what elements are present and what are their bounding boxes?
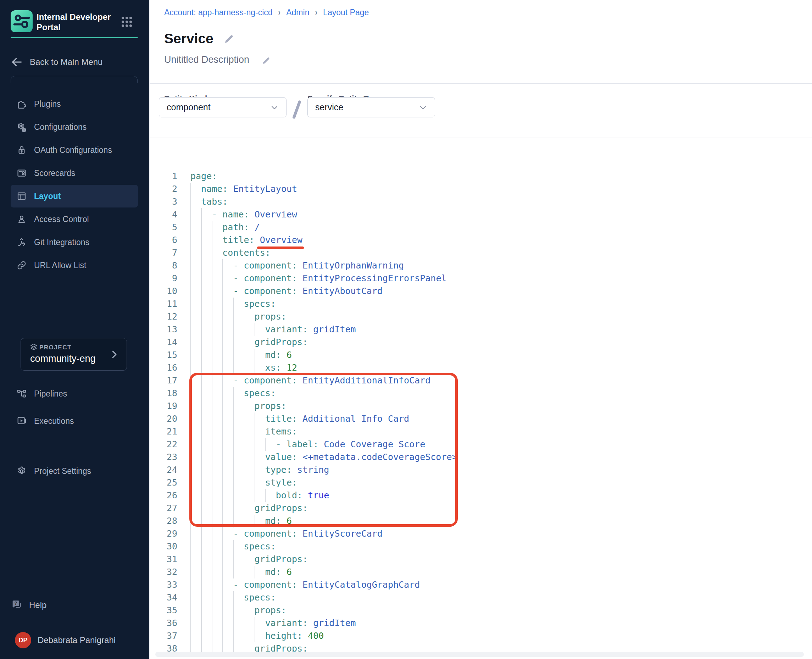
code-line[interactable]: 18specs:	[149, 387, 812, 400]
sidebar-item-pipelines[interactable]: Pipelines	[11, 382, 138, 405]
code-line[interactable]: 10- component: EntityAboutCard	[149, 285, 812, 298]
logo-divider	[11, 37, 138, 38]
code-line[interactable]: 8- component: EntityOrphanWarning	[149, 259, 812, 272]
code-token: items:	[265, 426, 297, 437]
code-line[interactable]: 12props:	[149, 311, 812, 323]
sidebar-item-plugins[interactable]: Plugins	[11, 93, 138, 115]
line-number: 22	[149, 438, 177, 451]
code-token: value:	[265, 452, 297, 462]
code-line[interactable]: 2name: EntityLayout	[149, 183, 812, 195]
code-token: - label:	[276, 439, 318, 449]
code-line[interactable]: 9- component: EntityProcessingErrorsPane…	[149, 272, 812, 285]
back-to-main-menu[interactable]: Back to Main Menu	[11, 51, 138, 73]
line-number: 35	[149, 604, 177, 617]
sidebar-item-git-integrations[interactable]: Git Integrations	[11, 231, 138, 254]
line-number: 25	[149, 476, 177, 489]
app-switcher-icon[interactable]	[122, 17, 133, 28]
breadcrumb-layout-page[interactable]: Layout Page	[323, 8, 369, 17]
code-line[interactable]: 7contents:	[149, 246, 812, 259]
code-line[interactable]: 32md: 6	[149, 566, 812, 579]
code-token: variant:	[265, 324, 308, 334]
code-token: - component:	[233, 260, 297, 271]
code-line[interactable]: 25style:	[149, 476, 812, 489]
code-line[interactable]: 19props:	[149, 400, 812, 413]
project-selector[interactable]: PROJECT community-eng	[20, 338, 127, 370]
user-name: Debabrata Panigrahi	[38, 635, 116, 645]
code-line[interactable]: 29- component: EntityScoreCard	[149, 527, 812, 540]
code-line[interactable]: 35props:	[149, 604, 812, 617]
sidebar-item-executions[interactable]: Executions	[11, 410, 138, 432]
sidebar-item-label: URL Allow List	[34, 261, 86, 270]
code-line[interactable]: 23value: <+metadata.codeCoverageScore>	[149, 451, 812, 464]
code-line[interactable]: 37height: 400	[149, 629, 812, 642]
code-line[interactable]: 28md: 6	[149, 515, 812, 527]
breadcrumb-admin[interactable]: Admin	[286, 8, 309, 17]
entity-kind-select[interactable]: component	[159, 97, 286, 117]
code-token: Additional Info Card	[302, 413, 409, 424]
access-control-icon	[16, 213, 28, 225]
user-menu[interactable]: DP Debabrata Panigrahi	[11, 629, 145, 651]
edit-title-icon[interactable]	[222, 33, 235, 46]
code-line[interactable]: 20title: Additional Info Card	[149, 413, 812, 425]
code-line[interactable]: 33- component: EntityCatalogGraphCard	[149, 579, 812, 591]
editor-scrollbar[interactable]	[155, 652, 804, 657]
sidebar-item-configurations[interactable]: Configurations	[11, 116, 138, 138]
code-line[interactable]: 13variant: gridItem	[149, 323, 812, 336]
entity-type-select[interactable]: service	[307, 97, 435, 117]
svg-text:?: ?	[14, 601, 17, 606]
slash-separator	[292, 100, 301, 119]
yaml-code[interactable]: 1page:2name: EntityLayout3tabs:4- name: …	[149, 138, 812, 655]
code-line[interactable]: 36variant: gridItem	[149, 617, 812, 629]
line-number: 15	[149, 348, 177, 361]
sidebar-item-access-control[interactable]: Access Control	[11, 208, 138, 230]
edit-description-icon[interactable]	[260, 55, 271, 66]
code-line[interactable]: 21items:	[149, 425, 812, 438]
code-line[interactable]: 11specs:	[149, 298, 812, 311]
code-token: true	[308, 490, 329, 500]
code-line[interactable]: 26bold: true	[149, 489, 812, 502]
line-number: 13	[149, 323, 177, 336]
chevron-right-icon	[109, 349, 120, 359]
code-line[interactable]: 14gridProps:	[149, 336, 812, 348]
line-number: 9	[149, 272, 177, 285]
code-token: props:	[255, 605, 286, 615]
line-number: 29	[149, 527, 177, 540]
code-token: name:	[201, 184, 228, 194]
yaml-editor[interactable]: 1page:2name: EntityLayout3tabs:4- name: …	[149, 138, 812, 659]
code-token: - component:	[233, 375, 297, 386]
sidebar-item-layout[interactable]: Layout	[11, 185, 138, 208]
code-line[interactable]: 5path: /	[149, 221, 812, 234]
sidebar-item-project-settings[interactable]: Project Settings	[11, 460, 138, 482]
help-chat-icon: ?	[11, 599, 23, 611]
code-line[interactable]: 17- component: EntityAdditionalInfoCard	[149, 374, 812, 387]
chevron-down-icon	[419, 105, 427, 111]
code-line[interactable]: 31gridProps:	[149, 553, 812, 566]
code-line[interactable]: 3tabs:	[149, 195, 812, 208]
code-token: md:	[265, 350, 281, 360]
sidebar-item-label: Executions	[34, 416, 74, 426]
sidebar-item-url-allow-list[interactable]: URL Allow List	[11, 254, 138, 277]
code-line[interactable]: 22- label: Code Coverage Score	[149, 438, 812, 451]
code-token: height:	[265, 631, 302, 641]
breadcrumb-account[interactable]: Account: app-harness-ng-cicd	[164, 8, 273, 17]
code-line[interactable]: 34specs:	[149, 591, 812, 604]
code-line[interactable]: 30specs:	[149, 540, 812, 553]
code-line[interactable]: 24type: string	[149, 464, 812, 476]
code-line[interactable]: 1page:	[149, 170, 812, 183]
app-logo-icon[interactable]	[11, 10, 33, 32]
code-line[interactable]: 16xs: 12	[149, 361, 812, 374]
code-token: type:	[265, 465, 292, 475]
sidebar-item-oauth-configurations[interactable]: OAuth Configurations	[11, 139, 138, 161]
sidebar: Internal Developer Portal Back to Main M…	[0, 0, 149, 659]
line-number: 21	[149, 425, 177, 438]
sidebar-item-help[interactable]: ? Help	[11, 594, 138, 616]
code-line[interactable]: 4- name: Overview	[149, 208, 812, 221]
sidebar-item-scorecards[interactable]: Scorecards	[11, 162, 138, 184]
code-token: EntityLayout	[233, 184, 297, 194]
code-line[interactable]: 27gridProps:	[149, 502, 812, 515]
code-line[interactable]: 6title: Overview	[149, 234, 812, 246]
gear-icon	[16, 465, 28, 477]
line-number: 14	[149, 336, 177, 348]
code-line[interactable]: 15md: 6	[149, 348, 812, 361]
line-number: 10	[149, 285, 177, 298]
